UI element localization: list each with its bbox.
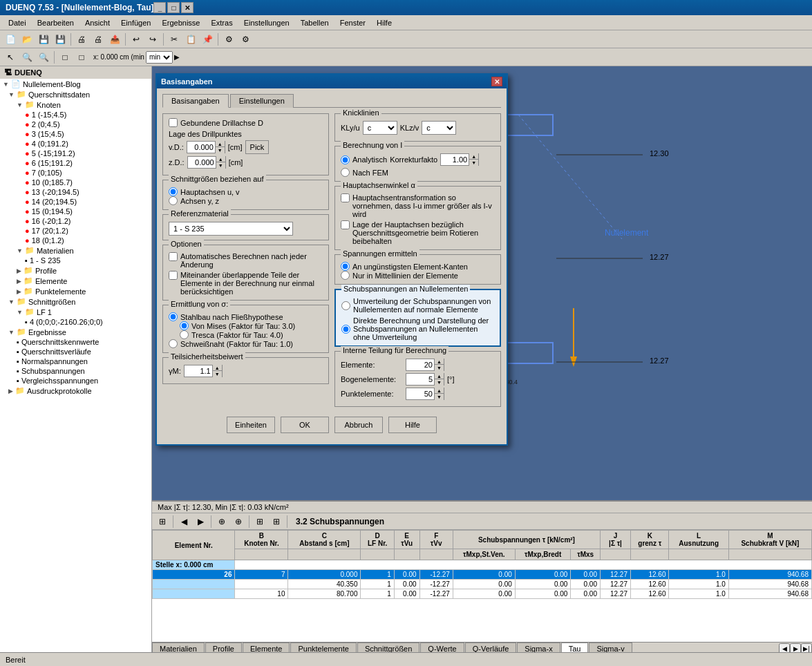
bogenelemente-input[interactable] bbox=[406, 374, 434, 385]
analytisch-radio[interactable] bbox=[341, 155, 350, 164]
menu-ergebnisse[interactable]: Ergebnisse bbox=[156, 17, 205, 28]
tree-node-17[interactable]: ●17 (20;1.2) bbox=[0, 226, 151, 236]
umverteilung-radio[interactable] bbox=[341, 301, 350, 310]
tree-querschnittsverlaeufe[interactable]: ▪Querschnittsverläufe bbox=[0, 347, 151, 356]
schweissnaht-radio[interactable] bbox=[169, 339, 178, 348]
klz-select[interactable]: cab bbox=[422, 121, 456, 135]
referenzmaterial-select[interactable]: 1 - S 235 bbox=[169, 222, 293, 236]
dialog-close-button[interactable]: ✕ bbox=[491, 77, 502, 86]
menu-datei[interactable]: Datei bbox=[3, 17, 32, 28]
kly-select[interactable]: cab bbox=[363, 121, 397, 135]
vod-input[interactable] bbox=[187, 142, 215, 153]
table-row[interactable]: 26 7 0.000 1 0.00 -12.27 0.00 0.00 0.00 … bbox=[153, 570, 812, 580]
vod-down-button[interactable]: ▼ bbox=[215, 147, 225, 153]
maximize-button[interactable]: □ bbox=[167, 2, 180, 13]
achsen-radio[interactable] bbox=[169, 196, 178, 205]
menu-ansicht[interactable]: Ansicht bbox=[79, 17, 115, 28]
save-all-btn[interactable]: 💾 bbox=[53, 32, 68, 47]
overlap-checkbox[interactable] bbox=[169, 271, 178, 280]
korrekturfaktor-input[interactable] bbox=[441, 154, 469, 165]
abbruch-button[interactable]: Abbruch bbox=[334, 417, 383, 433]
zoom-in-btn[interactable]: 🔍 bbox=[19, 50, 35, 65]
tree-node-4[interactable]: ●4 (0;191.2) bbox=[0, 139, 151, 149]
tree-material-1[interactable]: ▪1 - S 235 bbox=[0, 256, 151, 265]
menu-bearbeiten[interactable]: Bearbeiten bbox=[32, 17, 79, 28]
nachfem-radio[interactable] bbox=[341, 168, 350, 177]
gamma-up[interactable]: ▲ bbox=[212, 365, 222, 371]
tree-root[interactable]: ▼ 📄 Nullelement-Blog bbox=[0, 79, 151, 89]
tree-node-1[interactable]: ●1 (-15;4.5) bbox=[0, 110, 151, 120]
bottom-tb-btn3[interactable]: ⊕ bbox=[231, 514, 246, 529]
punktelemente-down[interactable]: ▼ bbox=[434, 394, 444, 400]
tree-vergleichsspannungen[interactable]: ▪Vergleichsspannungen bbox=[0, 376, 151, 386]
tree-load-4[interactable]: ▪4 (0;0;0;-2160.26;0;0) bbox=[0, 317, 151, 327]
new-btn[interactable]: 📄 bbox=[3, 32, 18, 47]
tree-node-14[interactable]: ●14 (20;194.5) bbox=[0, 197, 151, 207]
table-container[interactable]: Element Nr. BKnoten Nr. CAbstand s [cm] … bbox=[152, 530, 812, 642]
tab-einstellungen[interactable]: Einstellungen bbox=[230, 94, 294, 108]
redo-btn[interactable]: ↪ bbox=[145, 32, 160, 47]
tab-basisangaben[interactable]: Basisangaben bbox=[162, 94, 229, 108]
view1-btn[interactable]: □ bbox=[57, 50, 73, 65]
print-btn[interactable]: 🖨 bbox=[74, 32, 89, 47]
zod-up-button[interactable]: ▲ bbox=[216, 156, 225, 162]
menu-tabellen[interactable]: Tabellen bbox=[295, 17, 334, 28]
menu-hilfe[interactable]: Hilfe bbox=[371, 17, 397, 28]
tree-schubspannungen[interactable]: ▪Schubspannungen bbox=[0, 366, 151, 376]
pick-button[interactable]: Pick bbox=[245, 140, 270, 154]
print2-btn[interactable]: 🖨 bbox=[91, 32, 106, 47]
direkte-radio[interactable] bbox=[341, 325, 350, 334]
tree-materialien[interactable]: ▼ 📁 Materialien bbox=[0, 245, 151, 256]
vonmises-radio[interactable] bbox=[180, 321, 189, 330]
zod-input[interactable] bbox=[188, 157, 216, 168]
bottom-next-btn[interactable]: ▶ bbox=[193, 514, 208, 529]
hauptachsen-transform-checkbox[interactable] bbox=[341, 193, 350, 202]
coord-select[interactable]: min bbox=[146, 51, 173, 64]
tree-lf1[interactable]: ▼ 📁 LF 1 bbox=[0, 307, 151, 317]
tree-node-6[interactable]: ●6 (15;191.2) bbox=[0, 158, 151, 168]
drillachse-checkbox[interactable] bbox=[169, 118, 178, 127]
vod-up-button[interactable]: ▲ bbox=[215, 141, 225, 147]
tree-node-5[interactable]: ●5 (-15;191.2) bbox=[0, 149, 151, 158]
tree-ausdruckprotokolle[interactable]: ▶ 📁 Ausdruckprotokolle bbox=[0, 386, 151, 396]
elemente-up[interactable]: ▲ bbox=[434, 359, 444, 365]
einheiten-button[interactable]: Einheiten bbox=[227, 417, 275, 433]
calc-btn[interactable]: ⚙ bbox=[221, 32, 236, 47]
an-kanten-radio[interactable] bbox=[341, 262, 350, 271]
select-btn[interactable]: ↖ bbox=[3, 50, 18, 65]
lage-hauptachsen-checkbox[interactable] bbox=[341, 220, 350, 229]
tree-node-16[interactable]: ●16 (-20;1.2) bbox=[0, 216, 151, 226]
tree-schnittgroessen[interactable]: ▼ 📁 Schnittgrößen bbox=[0, 296, 151, 307]
korrekturfaktor-up[interactable]: ▲ bbox=[469, 153, 478, 160]
tree-profile[interactable]: ▶ 📁 Profile bbox=[0, 265, 151, 276]
bottom-tb-btn5[interactable]: ⊞ bbox=[269, 514, 284, 529]
bogenelemente-down[interactable]: ▼ bbox=[434, 379, 444, 386]
gamma-input[interactable] bbox=[185, 365, 212, 377]
open-btn[interactable]: 📂 bbox=[19, 32, 35, 47]
tree-node-3[interactable]: ●3 (15;4.5) bbox=[0, 129, 151, 139]
menu-einstellungen[interactable]: Einstellungen bbox=[238, 17, 295, 28]
export-btn[interactable]: 📤 bbox=[107, 32, 122, 47]
hilfe-button[interactable]: Hilfe bbox=[388, 417, 437, 433]
tree-node-13[interactable]: ●13 (-20;194.5) bbox=[0, 187, 151, 197]
tree-punktelemente[interactable]: ▶ 📁 Punktelemente bbox=[0, 286, 151, 296]
close-window-button[interactable]: ✕ bbox=[181, 2, 193, 13]
ok-button[interactable]: OK bbox=[281, 417, 329, 433]
bottom-tb-btn2[interactable]: ⊕ bbox=[214, 514, 229, 529]
bottom-tb-btn4[interactable]: ⊞ bbox=[252, 514, 267, 529]
view2-btn[interactable]: □ bbox=[74, 50, 89, 65]
table-row[interactable]: 10 80.700 1 0.00 -12.27 0.00 0.00 0.00 1… bbox=[153, 589, 812, 599]
stahlbau-radio[interactable] bbox=[169, 312, 178, 321]
elemente-down[interactable]: ▼ bbox=[434, 365, 444, 371]
in-mittellinien-radio[interactable] bbox=[341, 271, 350, 280]
zod-down-button[interactable]: ▼ bbox=[216, 162, 225, 169]
zoom-out-btn[interactable]: 🔍 bbox=[36, 50, 51, 65]
autocalc-checkbox[interactable] bbox=[169, 252, 178, 261]
tree-ergebnisse[interactable]: ▼ 📁 Ergebnisse bbox=[0, 327, 151, 337]
korrekturfaktor-down[interactable]: ▼ bbox=[469, 160, 478, 166]
cut-btn[interactable]: ✂ bbox=[167, 32, 182, 47]
tree-knoten[interactable]: ▼ 📁 Knoten bbox=[0, 99, 151, 110]
calc2-btn[interactable]: ⚙ bbox=[238, 32, 253, 47]
tree-node-18[interactable]: ●18 (0;1.2) bbox=[0, 236, 151, 245]
tree-querschnittsdaten[interactable]: ▼ 📁 Querschnittsdaten bbox=[0, 89, 151, 99]
